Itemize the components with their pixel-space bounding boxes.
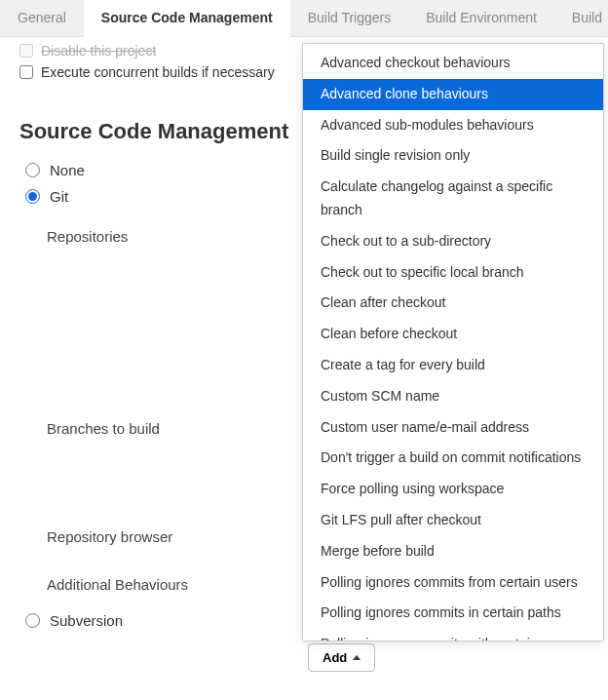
- behaviours-dropdown[interactable]: Advanced checkout behavioursAdvanced clo…: [302, 43, 604, 642]
- add-button-label: Add: [323, 650, 347, 665]
- dropdown-item[interactable]: Clean before checkout: [303, 319, 603, 350]
- disable-project-label: Disable this project: [41, 43, 156, 58]
- dropdown-item[interactable]: Calculate changelog against a specific b…: [303, 172, 603, 226]
- dropdown-item[interactable]: Create a tag for every build: [303, 350, 603, 381]
- dropdown-item[interactable]: Git LFS pull after checkout: [303, 505, 603, 536]
- tab-build[interactable]: Build: [554, 0, 608, 36]
- scm-none-label: None: [50, 162, 85, 178]
- scm-subversion-radio[interactable]: [25, 613, 40, 628]
- dropdown-item[interactable]: Merge before build: [303, 536, 603, 567]
- dropdown-item[interactable]: Build single revision only: [303, 140, 603, 172]
- scm-none-radio[interactable]: [25, 163, 40, 177]
- dropdown-item[interactable]: Custom user name/e-mail address: [303, 412, 603, 444]
- add-behaviour-button[interactable]: Add: [308, 643, 375, 672]
- scm-subversion-label: Subversion: [50, 612, 123, 629]
- tab-build-triggers[interactable]: Build Triggers: [290, 0, 409, 36]
- tab-build-environment[interactable]: Build Environment: [408, 0, 554, 36]
- dropdown-item[interactable]: Advanced clone behaviours: [303, 79, 603, 110]
- scm-git-label: Git: [50, 188, 68, 205]
- tab-general[interactable]: General: [0, 0, 84, 36]
- dropdown-item[interactable]: Don't trigger a build on commit notifica…: [303, 443, 603, 474]
- caret-up-icon: [353, 655, 361, 660]
- dropdown-item[interactable]: Check out to a sub-directory: [303, 226, 603, 257]
- tab-scm[interactable]: Source Code Management: [84, 0, 290, 37]
- dropdown-item[interactable]: Advanced sub-modules behaviours: [303, 110, 603, 141]
- dropdown-item[interactable]: Force polling using workspace: [303, 474, 603, 505]
- dropdown-item[interactable]: Polling ignores commits in certain paths: [303, 598, 603, 629]
- scm-git-radio[interactable]: [25, 189, 40, 204]
- dropdown-item[interactable]: Check out to specific local branch: [303, 257, 603, 289]
- dropdown-item[interactable]: Advanced checkout behaviours: [303, 48, 603, 79]
- concurrent-builds-label: Execute concurrent builds if necessary: [41, 64, 275, 80]
- add-button-container: Add: [308, 643, 375, 672]
- dropdown-item[interactable]: Custom SCM name: [303, 381, 603, 412]
- dropdown-item[interactable]: Polling ignores commits with certain mes…: [303, 629, 603, 642]
- concurrent-builds-checkbox[interactable]: [19, 65, 33, 79]
- disable-project-checkbox: [19, 44, 33, 58]
- tab-bar: General Source Code Management Build Tri…: [0, 0, 608, 37]
- dropdown-item[interactable]: Clean after checkout: [303, 288, 603, 319]
- dropdown-item[interactable]: Polling ignores commits from certain use…: [303, 567, 603, 599]
